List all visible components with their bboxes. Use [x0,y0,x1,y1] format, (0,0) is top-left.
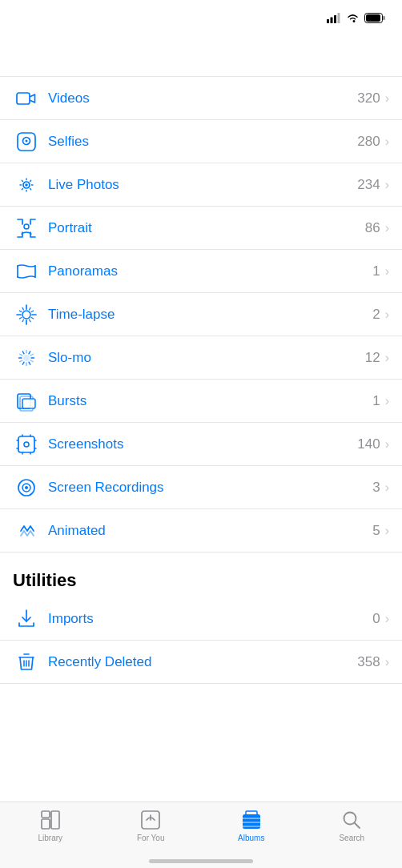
header [0,35,402,77]
album-count-screen-recordings: 3 [372,480,380,496]
album-name-selfies: Selfies [48,134,357,150]
svg-rect-2 [334,15,336,23]
album-icon-videos [13,88,40,109]
album-name-videos: Videos [48,90,357,106]
tab-icon-for-you [139,809,162,831]
tab-label-albums: Albums [238,834,264,842]
tab-library[interactable]: Library [0,809,101,842]
album-icon-slo-mo [13,348,40,368]
album-icon-time-lapse [13,304,40,325]
album-icon-live-photos [13,175,40,195]
album-item-videos[interactable]: Videos 320 › [0,77,402,120]
utility-item-recently-deleted[interactable]: Recently Deleted 358 › [0,641,402,684]
album-item-screen-recordings[interactable]: Screen Recordings 3 › [0,466,402,509]
album-item-selfies[interactable]: Selfies 280 › [0,120,402,163]
chevron-icon-live-photos: › [385,178,389,192]
chevron-icon-selfies: › [385,135,389,149]
chevron-icon-screen-recordings: › [385,480,389,495]
album-icon-panoramas [13,261,40,282]
chevron-icon-animated: › [385,524,389,538]
chevron-icon-panoramas: › [385,264,389,279]
tab-for-you[interactable]: For You [101,809,202,842]
chevron-icon-time-lapse: › [385,307,389,322]
svg-point-57 [25,486,28,489]
utility-name-recently-deleted: Recently Deleted [48,654,357,670]
signal-icon [327,13,341,23]
svg-rect-0 [327,19,329,23]
svg-line-31 [19,311,22,312]
album-list: Videos 320 › Selfies 280 › Live Photos 2… [0,77,402,802]
battery-icon [364,13,386,23]
svg-rect-52 [22,399,35,408]
album-name-panoramas: Panoramas [48,263,372,279]
album-count-slo-mo: 12 [365,350,380,366]
album-icon-bursts [13,391,40,412]
svg-line-35 [31,311,34,312]
album-icon-screenshots [13,434,40,455]
utility-icon-recently-deleted [13,652,40,673]
album-item-animated[interactable]: Animated 5 › [0,509,402,553]
album-count-animated: 5 [372,523,380,539]
album-icon-animated [13,520,40,541]
utility-item-imports[interactable]: Imports 0 › [0,597,402,641]
svg-point-10 [26,139,28,142]
svg-line-39 [29,362,30,364]
svg-line-32 [22,307,24,310]
svg-line-26 [30,319,31,322]
album-name-live-photos: Live Photos [48,177,357,193]
utility-icon-imports [13,609,40,629]
tab-search[interactable]: Search [302,809,403,842]
album-item-bursts[interactable]: Bursts 1 › [0,380,402,423]
album-item-live-photos[interactable]: Live Photos 234 › [0,163,402,207]
svg-rect-63 [51,811,59,829]
wifi-icon [346,13,360,23]
svg-line-41 [22,362,24,364]
svg-point-49 [23,355,30,361]
chevron-icon-portrait: › [385,221,389,235]
svg-line-18 [22,180,22,181]
svg-point-12 [25,183,28,187]
svg-rect-1 [331,17,333,23]
tab-icon-library [39,809,62,831]
svg-line-34 [30,307,31,310]
album-item-time-lapse[interactable]: Time-lapse 2 › [0,293,402,336]
tab-label-for-you: For You [137,834,164,842]
album-item-screenshots[interactable]: Screenshots 140 › [0,423,402,466]
svg-line-48 [30,354,33,356]
album-icon-selfies [13,131,40,152]
album-count-time-lapse: 2 [372,307,380,323]
svg-line-14 [30,188,31,189]
album-name-bursts: Bursts [48,393,372,409]
svg-line-38 [30,360,33,362]
svg-line-25 [31,317,34,319]
album-count-portrait: 86 [365,220,380,236]
album-count-bursts: 1 [372,393,380,409]
chevron-icon-slo-mo: › [385,351,389,365]
tab-albums[interactable]: Albums [201,809,302,842]
album-name-slo-mo: Slo-mo [48,350,365,366]
album-icon-screen-recordings [13,477,40,498]
album-item-panoramas[interactable]: Panoramas 1 › [0,250,402,293]
album-name-animated: Animated [48,523,372,539]
chevron-icon-screenshots: › [385,437,389,452]
svg-rect-5 [383,16,385,20]
svg-rect-6 [366,14,380,22]
svg-line-47 [29,351,30,353]
svg-line-45 [22,351,24,353]
svg-line-44 [20,354,22,356]
svg-line-20 [30,180,31,181]
svg-line-28 [22,319,24,322]
utilities-section-header: Utilities [0,553,402,597]
album-count-panoramas: 1 [372,263,380,279]
album-count-screenshots: 140 [357,436,380,452]
album-item-slo-mo[interactable]: Slo-mo 12 › [0,336,402,380]
tab-bar: Library For You Albums Search [0,802,402,868]
svg-point-36 [22,311,30,319]
svg-line-42 [20,360,22,362]
album-count-selfies: 280 [357,134,380,150]
album-item-portrait[interactable]: Portrait 86 › [0,207,402,250]
chevron-icon-utility-imports: › [385,612,389,626]
svg-rect-62 [42,811,50,818]
tab-label-search: Search [339,834,364,842]
tab-label-library: Library [38,834,62,842]
